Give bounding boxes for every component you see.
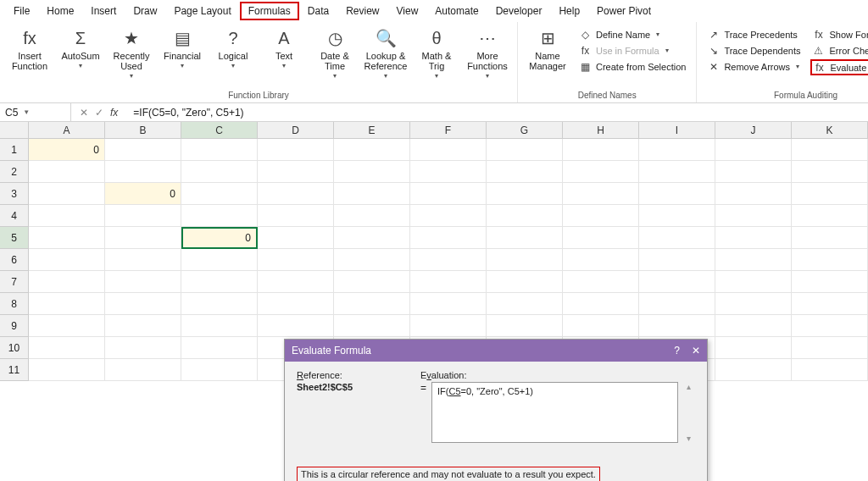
cell-F5[interactable] <box>410 227 487 249</box>
error-checking-button[interactable]: ⚠Error Checking▾ <box>810 43 868 58</box>
more-functions-button[interactable]: ⋯MoreFunctions▾ <box>463 25 512 80</box>
select-all-corner[interactable] <box>0 122 29 138</box>
column-header-G[interactable]: G <box>487 122 563 138</box>
logical-button[interactable]: ?Logical▾ <box>209 25 258 70</box>
text-button[interactable]: AText▾ <box>259 25 309 70</box>
cell-E1[interactable] <box>334 139 410 161</box>
cell-C1[interactable] <box>181 139 258 161</box>
cell-E9[interactable] <box>334 315 410 337</box>
cell-J7[interactable] <box>715 271 792 293</box>
autosum-button[interactable]: ΣAutoSum▾ <box>56 25 105 70</box>
create-from-selection-button[interactable]: ▦Create from Selection <box>577 59 687 74</box>
cell-A4[interactable] <box>29 205 105 227</box>
accept-icon[interactable]: ✓ <box>95 107 103 119</box>
cell-I4[interactable] <box>639 205 715 227</box>
column-header-E[interactable]: E <box>334 122 410 138</box>
cell-H2[interactable] <box>563 161 639 183</box>
cell-A3[interactable] <box>29 183 105 205</box>
tab-power-pivot[interactable]: Power Pivot <box>588 2 659 20</box>
row-header-2[interactable]: 2 <box>0 161 29 183</box>
formula-input[interactable]: =IF(C5=0, "Zero", C5+1) <box>126 107 868 119</box>
cell-I2[interactable] <box>639 161 715 183</box>
help-icon[interactable]: ? <box>674 345 680 357</box>
cell-C11[interactable] <box>181 359 258 381</box>
cell-C7[interactable] <box>181 271 258 293</box>
cell-F9[interactable] <box>410 315 487 337</box>
cell-J8[interactable] <box>715 293 792 315</box>
cell-F2[interactable] <box>410 161 487 183</box>
cell-E6[interactable] <box>334 249 410 271</box>
cell-G3[interactable] <box>487 183 563 205</box>
cell-B10[interactable] <box>105 337 181 359</box>
cell-E8[interactable] <box>334 293 410 315</box>
cell-D6[interactable] <box>258 249 334 271</box>
trace-dependents-button[interactable]: ↘Trace Dependents <box>705 43 802 58</box>
row-header-7[interactable]: 7 <box>0 271 29 293</box>
cell-B2[interactable] <box>105 161 181 183</box>
cell-K3[interactable] <box>792 183 868 205</box>
row-header-1[interactable]: 1 <box>0 139 29 161</box>
column-header-K[interactable]: K <box>792 122 868 138</box>
cell-D4[interactable] <box>258 205 334 227</box>
cell-I6[interactable] <box>639 249 715 271</box>
row-header-10[interactable]: 10 <box>0 337 29 359</box>
tab-page-layout[interactable]: Page Layout <box>165 2 239 20</box>
cell-I1[interactable] <box>639 139 715 161</box>
scroll-up-icon[interactable]: ▴ <box>687 382 691 391</box>
cell-K9[interactable] <box>792 315 868 337</box>
column-header-J[interactable]: J <box>715 122 792 138</box>
financial-button[interactable]: ▤Financial▾ <box>158 25 207 70</box>
cell-G4[interactable] <box>487 205 563 227</box>
fx-icon[interactable]: fx <box>110 107 118 119</box>
cell-H3[interactable] <box>563 183 639 205</box>
cell-B4[interactable] <box>105 205 181 227</box>
cell-B5[interactable] <box>105 227 181 249</box>
cell-E4[interactable] <box>334 205 410 227</box>
cell-E5[interactable] <box>334 227 410 249</box>
evaluate-formula-button[interactable]: fxEvaluate Formula <box>810 59 868 75</box>
tab-insert[interactable]: Insert <box>82 2 125 20</box>
cell-G5[interactable] <box>487 227 563 249</box>
scroll-down-icon[interactable]: ▾ <box>687 434 691 443</box>
cell-F6[interactable] <box>410 249 487 271</box>
cell-K10[interactable] <box>792 337 868 359</box>
date-time-button[interactable]: ◷Date &Time▾ <box>310 25 359 80</box>
cell-A10[interactable] <box>29 337 105 359</box>
cell-A1[interactable]: 0 <box>29 139 105 161</box>
tab-review[interactable]: Review <box>337 2 387 20</box>
recently-used-button[interactable]: ★RecentlyUsed▾ <box>107 25 156 80</box>
cancel-icon[interactable]: ✕ <box>80 107 88 119</box>
dialog-titlebar[interactable]: Evaluate Formula ? ✕ <box>285 340 707 362</box>
cell-K11[interactable] <box>792 359 868 381</box>
cell-F8[interactable] <box>410 293 487 315</box>
name-manager-button[interactable]: ⊞NameManager <box>523 25 572 71</box>
cell-A5[interactable] <box>29 227 105 249</box>
cell-C9[interactable] <box>181 315 258 337</box>
cell-C6[interactable] <box>181 249 258 271</box>
cell-K5[interactable] <box>792 227 868 249</box>
cell-J6[interactable] <box>715 249 792 271</box>
cell-G1[interactable] <box>487 139 563 161</box>
row-header-11[interactable]: 11 <box>0 359 29 381</box>
cell-C4[interactable] <box>181 205 258 227</box>
cell-J11[interactable] <box>715 359 792 381</box>
cell-H8[interactable] <box>563 293 639 315</box>
cell-G2[interactable] <box>487 161 563 183</box>
cell-D3[interactable] <box>258 183 334 205</box>
cell-E2[interactable] <box>334 161 410 183</box>
cell-J3[interactable] <box>715 183 792 205</box>
cell-B11[interactable] <box>105 359 181 381</box>
cell-F3[interactable] <box>410 183 487 205</box>
tab-developer[interactable]: Developer <box>487 2 551 20</box>
tab-data[interactable]: Data <box>299 2 337 20</box>
tab-file[interactable]: File <box>5 2 38 20</box>
cell-B8[interactable] <box>105 293 181 315</box>
cell-I7[interactable] <box>639 271 715 293</box>
show-formulas-button[interactable]: fxShow Formulas <box>810 27 868 41</box>
row-header-5[interactable]: 5 <box>0 227 29 249</box>
cell-B3[interactable]: 0 <box>105 183 181 205</box>
row-header-4[interactable]: 4 <box>0 205 29 227</box>
cell-I8[interactable] <box>639 293 715 315</box>
cell-G7[interactable] <box>487 271 563 293</box>
cell-J5[interactable] <box>715 227 792 249</box>
